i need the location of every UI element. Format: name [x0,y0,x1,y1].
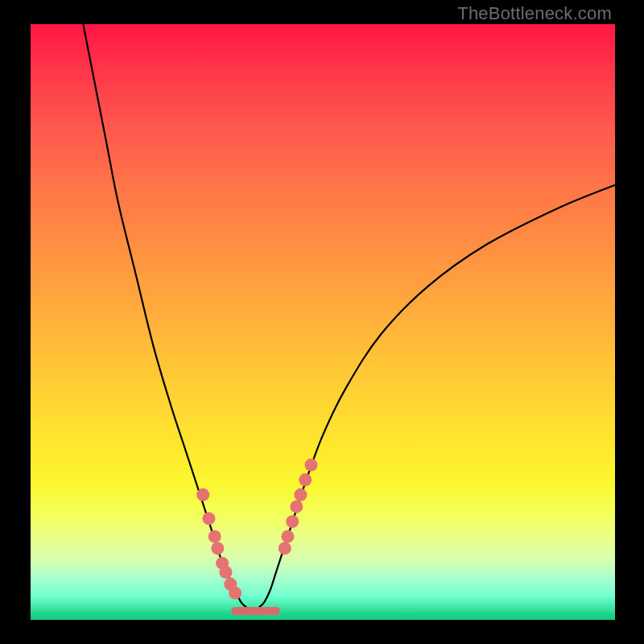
highlight-dot [219,566,232,579]
plot-area [31,24,615,620]
curve-right-branch [253,185,615,614]
highlight-dot [202,512,215,525]
highlight-dot [229,587,242,600]
highlight-dot [299,473,312,486]
chart-svg [31,24,615,620]
curve-left-branch [83,24,253,614]
watermark-label: TheBottleneck.com [457,3,612,24]
highlight-dot [196,489,209,502]
highlight-dot [290,500,303,513]
chart-frame: TheBottleneck.com [0,0,644,644]
highlight-dot [286,515,299,528]
highlight-dot [281,530,294,543]
highlight-dot [294,489,307,502]
highlight-dot [304,459,317,472]
highlight-dot [208,530,221,543]
highlight-dot [279,542,291,555]
highlight-dot [211,542,224,555]
